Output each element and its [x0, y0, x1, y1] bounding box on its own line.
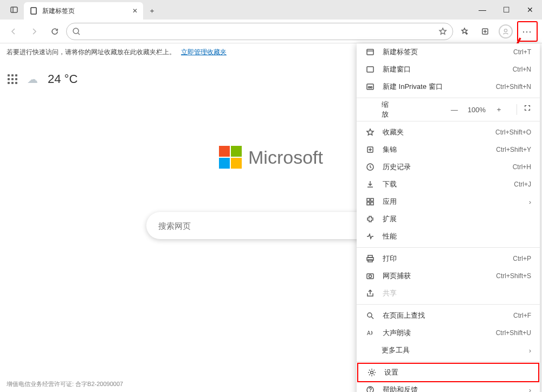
more-menu-button[interactable]: ⋯	[518, 22, 537, 41]
chevron-right-icon: ›	[529, 198, 531, 206]
refresh-button[interactable]	[46, 22, 64, 41]
read-aloud-icon: A	[365, 329, 375, 337]
browser-tab[interactable]: 新建标签页 ✕	[24, 2, 143, 20]
address-bar[interactable]	[66, 23, 453, 40]
profile-avatar	[499, 24, 513, 38]
menu-shortcut: Ctrl+Shift+N	[496, 83, 531, 91]
microsoft-logo: Microsoft	[219, 146, 323, 169]
footer-text: 增值电信业务经营许可证: 合字B2-20090007	[7, 380, 123, 388]
menu-label: 新建窗口	[383, 65, 411, 74]
menu-separator	[357, 121, 540, 121]
svg-line-31	[371, 317, 373, 319]
page-icon	[29, 7, 38, 15]
menu-label: 新建标签页	[383, 47, 418, 57]
menu-new-tab[interactable]: 新建标签页 Ctrl+T	[357, 43, 540, 61]
web-search-input[interactable]	[158, 221, 384, 230]
inprivate-icon	[365, 82, 375, 91]
chevron-right-icon: ›	[529, 346, 531, 355]
svg-point-33	[371, 371, 373, 374]
menu-label: 打印	[383, 254, 397, 264]
menu-history[interactable]: 历史记录 Ctrl+H	[357, 158, 540, 176]
menu-favorites[interactable]: 收藏夹 Ctrl+Shift+O	[357, 124, 540, 141]
menu-shortcut: Ctrl+Shift+O	[495, 128, 531, 136]
new-tab-button[interactable]: ＋	[143, 2, 160, 20]
profile-button[interactable]	[496, 22, 515, 41]
menu-shortcut: Ctrl+T	[513, 48, 531, 56]
svg-rect-22	[371, 198, 373, 201]
more-menu-highlight: ⋯	[517, 21, 538, 42]
menu-downloads[interactable]: 下载 Ctrl+J	[357, 176, 540, 193]
arrow-right-icon	[30, 27, 38, 36]
menu-extensions[interactable]: 扩展	[357, 210, 540, 228]
svg-point-10	[504, 29, 507, 31]
menu-label: 历史记录	[383, 162, 411, 172]
menu-read-aloud[interactable]: A 大声朗读 Ctrl+Shift+U	[357, 324, 540, 342]
tab-actions-button[interactable]	[4, 0, 24, 20]
menu-label: 设置	[384, 368, 398, 377]
ellipsis-icon: ⋯	[523, 27, 532, 36]
menu-print[interactable]: 打印 Ctrl+P	[357, 250, 540, 267]
menu-label: 新建 InPrivate 窗口	[383, 82, 443, 92]
maximize-button[interactable]: ☐	[494, 0, 518, 20]
minimize-button[interactable]: —	[470, 0, 494, 20]
svg-rect-27	[368, 260, 372, 262]
menu-label: 扩展	[383, 214, 397, 224]
svg-rect-21	[367, 198, 370, 201]
menu-label: 下载	[383, 179, 397, 189]
favorite-star-icon[interactable]	[438, 27, 447, 36]
svg-rect-11	[367, 49, 373, 55]
find-icon	[365, 311, 375, 320]
menu-performance[interactable]: 性能	[357, 228, 540, 245]
menu-apps[interactable]: 应用 ›	[357, 193, 540, 210]
menu-label: 更多工具	[382, 345, 410, 355]
svg-rect-13	[367, 67, 373, 72]
star-plus-icon	[460, 27, 469, 36]
collections-button[interactable]	[476, 22, 494, 41]
history-icon	[365, 163, 375, 171]
settings-highlight: 设置	[357, 363, 539, 382]
menu-help[interactable]: 帮助和反馈 ›	[357, 381, 540, 392]
tab-actions-icon	[10, 5, 18, 14]
apps-grid-icon[interactable]	[8, 74, 17, 84]
menu-collections[interactable]: 集锦 Ctrl+Shift+Y	[357, 141, 540, 158]
zoom-in-button[interactable]: ＋	[495, 105, 502, 114]
back-button[interactable]	[4, 22, 23, 41]
titlebar: 新建标签页 ✕ ＋ — ☐ ✕	[0, 0, 542, 20]
menu-label: 应用	[383, 197, 397, 207]
svg-text:A: A	[367, 330, 371, 336]
menu-settings[interactable]: 设置	[358, 364, 538, 381]
fullscreen-button[interactable]	[517, 104, 531, 115]
forward-button[interactable]	[25, 22, 43, 41]
menu-label: 帮助和反馈	[383, 385, 418, 392]
svg-rect-23	[367, 202, 370, 205]
svg-rect-0	[11, 7, 17, 12]
menu-label: 共享	[383, 288, 397, 298]
print-icon	[365, 254, 375, 263]
menu-shortcut: Ctrl+J	[514, 181, 531, 188]
menu-share: 共享	[357, 285, 540, 302]
menu-separator	[357, 247, 540, 248]
menu-inprivate[interactable]: 新建 InPrivate 窗口 Ctrl+Shift+N	[357, 78, 540, 95]
weather-icon[interactable]: ☁	[27, 73, 38, 86]
share-icon	[365, 289, 375, 298]
menu-find[interactable]: 在页面上查找 Ctrl+F	[357, 307, 540, 324]
svg-point-30	[367, 313, 372, 317]
zoom-out-button[interactable]: —	[451, 106, 458, 114]
menu-label: 集锦	[383, 145, 397, 155]
temperature: 24 °C	[48, 72, 78, 86]
microsoft-logo-text: Microsoft	[248, 147, 323, 168]
manage-favorites-link[interactable]: 立即管理收藏夹	[181, 48, 227, 57]
menu-shortcut: Ctrl+Shift+U	[496, 329, 531, 337]
help-icon	[365, 385, 375, 392]
menu-capture[interactable]: 网页捕获 Ctrl+Shift+S	[357, 267, 540, 285]
menu-more-tools[interactable]: 更多工具 ›	[357, 342, 540, 359]
svg-line-4	[78, 33, 80, 35]
chevron-right-icon: ›	[529, 386, 531, 393]
menu-shortcut: Ctrl+Shift+Y	[496, 146, 531, 153]
collections-icon	[365, 145, 375, 154]
url-input[interactable]	[85, 27, 434, 35]
close-window-button[interactable]: ✕	[518, 0, 542, 20]
close-tab-button[interactable]: ✕	[132, 7, 138, 15]
menu-new-window[interactable]: 新建窗口 Ctrl+N	[357, 61, 540, 78]
favorites-button[interactable]	[455, 22, 474, 41]
